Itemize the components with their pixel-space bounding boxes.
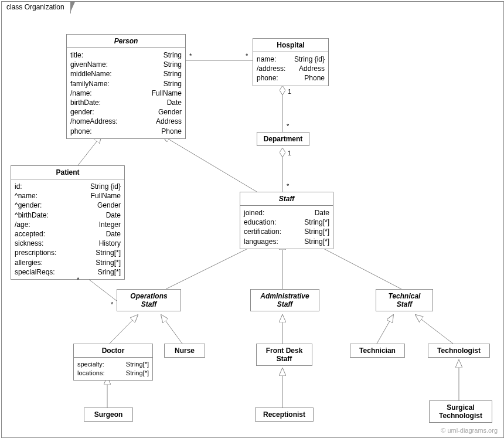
class-technologist: Technologist <box>428 344 490 358</box>
class-administrative-staff-title: Administrative Staff <box>251 290 319 311</box>
class-patient-title: Patient <box>11 166 124 179</box>
svg-line-5 <box>166 242 261 289</box>
mult-patient-ops-left: * <box>77 276 79 283</box>
mult-staff-top-star: * <box>287 182 289 189</box>
class-surgeon: Surgeon <box>84 408 133 422</box>
class-operations-staff-title: Operations Staff <box>117 290 181 311</box>
class-receptionist: Receptionist <box>255 408 314 422</box>
class-department: Department <box>257 132 309 146</box>
class-technician: Technician <box>350 344 405 358</box>
class-staff: Staff joined:Date education:String[*] ce… <box>240 192 333 249</box>
class-staff-body: joined:Date education:String[*] certific… <box>240 206 333 249</box>
mult-dept-staff-1: 1 <box>288 150 291 157</box>
mult-hospital-dept-1: 1 <box>288 88 291 95</box>
mult-person-hospital-right: * <box>246 52 248 59</box>
svg-line-16 <box>86 277 117 301</box>
svg-line-7 <box>311 242 401 289</box>
class-doctor-title: Doctor <box>74 344 152 358</box>
diagram-frame: class Organization <box>1 1 504 438</box>
class-hospital: Hospital name:String {id} /address:Addre… <box>253 38 329 86</box>
svg-line-11 <box>377 315 393 344</box>
class-operations-staff: Operations Staff <box>117 289 181 311</box>
class-person: Person title:String givenName:String mid… <box>66 34 186 139</box>
frame-label-text: class Organization <box>6 3 64 11</box>
class-hospital-title: Hospital <box>253 39 328 52</box>
class-surgical-technologist: Surgical Technologist <box>429 400 492 423</box>
class-person-body: title:String givenName:String middleName… <box>67 48 185 138</box>
class-surgeon-title: Surgeon <box>84 408 132 421</box>
class-patient-body: id:String {id} ^name:FullName ^gender:Ge… <box>11 179 124 279</box>
class-patient: Patient id:String {id} ^name:FullName ^g… <box>11 165 125 280</box>
class-surgical-technologist-title: Surgical Technologist <box>430 401 492 422</box>
class-technical-staff-title: Technical Staff <box>376 290 433 311</box>
svg-line-4 <box>162 135 257 192</box>
watermark: © uml-diagrams.org <box>441 427 498 434</box>
class-administrative-staff: Administrative Staff <box>250 289 319 311</box>
class-doctor: Doctor specialty:String[*] locations:Str… <box>73 344 153 381</box>
class-person-title: Person <box>67 35 185 48</box>
svg-line-3 <box>78 135 101 165</box>
class-nurse: Nurse <box>164 344 205 358</box>
svg-line-8 <box>110 315 138 344</box>
mult-person-hospital-left: * <box>189 52 192 59</box>
frame-label: class Organization <box>1 1 71 13</box>
class-staff-title: Staff <box>240 192 333 206</box>
class-front-desk-staff-title: Front Desk Staff <box>257 344 312 365</box>
class-nurse-title: Nurse <box>165 344 205 357</box>
class-department-title: Department <box>257 133 309 145</box>
class-receptionist-title: Receptionist <box>256 408 313 421</box>
svg-line-12 <box>416 315 453 344</box>
mult-dept-top-star: * <box>287 123 289 130</box>
svg-line-9 <box>161 315 182 344</box>
class-technologist-title: Technologist <box>428 344 489 357</box>
class-technical-staff: Technical Staff <box>376 289 433 311</box>
class-doctor-body: specialty:String[*] locations:String[*] <box>74 358 152 380</box>
class-technician-title: Technician <box>350 344 404 357</box>
class-front-desk-staff: Front Desk Staff <box>256 344 312 366</box>
class-hospital-body: name:String {id} /address:Address phone:… <box>253 52 328 86</box>
mult-patient-ops-right: * <box>111 301 113 308</box>
